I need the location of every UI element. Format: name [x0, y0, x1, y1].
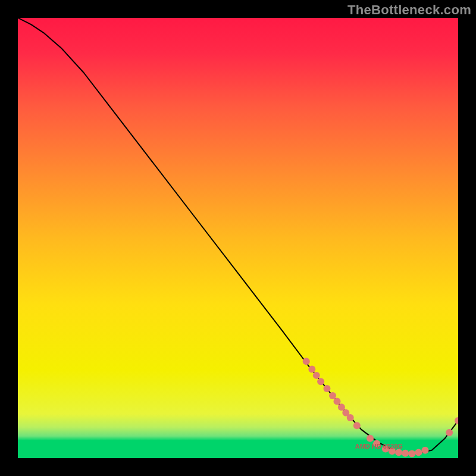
- data-point: [402, 450, 409, 457]
- data-point: [334, 398, 341, 405]
- data-point: [313, 372, 320, 379]
- data-point: [415, 449, 422, 456]
- plot-area: AMD HD 6520G: [18, 18, 458, 458]
- gradient-background: [18, 18, 458, 458]
- data-point: [446, 429, 453, 436]
- data-point: [347, 414, 354, 421]
- data-point: [408, 450, 415, 458]
- data-point: [323, 385, 330, 392]
- data-point: [367, 435, 374, 442]
- data-point: [338, 403, 345, 411]
- series-label: AMD HD 6520G: [355, 443, 403, 450]
- chart-frame: TheBottleneck.com AMD HD 6520G: [0, 0, 476, 476]
- data-point: [303, 358, 310, 365]
- data-point: [317, 378, 324, 385]
- data-point: [329, 392, 336, 399]
- data-point: [422, 447, 429, 454]
- data-point: [395, 449, 402, 456]
- data-point: [308, 366, 315, 373]
- bottleneck-chart: AMD HD 6520G: [18, 18, 458, 458]
- data-point: [353, 422, 361, 429]
- watermark-text: TheBottleneck.com: [347, 2, 471, 18]
